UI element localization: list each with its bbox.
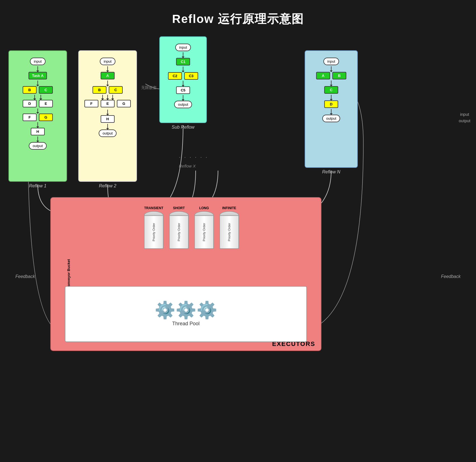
r2-h: H bbox=[101, 115, 115, 123]
sr-c5: C5 bbox=[176, 86, 190, 94]
r1-input: input bbox=[30, 58, 46, 65]
executors-box: EXECUTORS Conveyor Bucket TRANSIENT Prio… bbox=[50, 197, 321, 351]
wuxian-label: 无限嵌套 bbox=[141, 85, 157, 90]
r2-input: input bbox=[100, 58, 115, 65]
sub-reflow-box: Sub Reflow input C1 C2 C3 C5 output bbox=[159, 36, 207, 123]
sr-input: input bbox=[175, 44, 191, 51]
rn-d: D bbox=[324, 100, 338, 108]
r1-c: C bbox=[39, 86, 53, 94]
rn-b: B bbox=[332, 72, 346, 79]
reflow-x-dots: · · · · · · bbox=[179, 154, 208, 160]
rn-c: C bbox=[324, 86, 338, 94]
cyl-infinite-label: INFINITE Priority Order bbox=[219, 206, 239, 250]
cyl-transient: Priority Order bbox=[144, 211, 164, 250]
reflow1-label: Reflow 1 bbox=[9, 183, 67, 188]
r2-g: G bbox=[117, 100, 131, 107]
r2-a: A bbox=[101, 72, 115, 79]
cyl-long-label: LONG Priority Order bbox=[194, 206, 214, 250]
reflow1-box: Reflow 1 input Task A B C D E F bbox=[8, 50, 67, 182]
sr-c2: C2 bbox=[168, 72, 182, 80]
sr-c3: C3 bbox=[184, 72, 198, 80]
feedback-left-label: Feedback bbox=[15, 274, 35, 279]
r1-b: B bbox=[23, 86, 37, 94]
r1-e: E bbox=[39, 100, 53, 107]
r2-b: B bbox=[93, 86, 106, 94]
r1-f: F bbox=[23, 114, 37, 121]
r1-h: H bbox=[31, 128, 45, 135]
sub-reflow-label: Sub Reflow bbox=[160, 125, 206, 130]
io-output: output bbox=[459, 118, 470, 123]
thread-pool-box: ⚙️⚙️⚙️ Thread Pool bbox=[65, 286, 307, 342]
feedback-right-label: Feedback bbox=[441, 274, 461, 279]
r2-output: output bbox=[99, 129, 117, 137]
r2-f: F bbox=[84, 100, 98, 107]
io-input: input bbox=[460, 112, 469, 117]
r1-g: G bbox=[39, 114, 53, 121]
r2-c: C bbox=[109, 86, 123, 94]
rn-a: A bbox=[316, 72, 330, 79]
cyl-transient-label: TRANSIENT Priority Order bbox=[144, 206, 164, 250]
reflow2-label: Reflow 2 bbox=[79, 183, 136, 188]
reflow-n-label: Reflow N bbox=[305, 169, 357, 175]
page-title: Reflow 运行原理示意图 bbox=[0, 0, 476, 27]
cyl-long: Priority Order bbox=[194, 211, 214, 250]
cyl-infinite: Priority Order bbox=[219, 211, 239, 250]
reflow-x-label: Reflow X bbox=[179, 164, 196, 168]
io-right-box: input output bbox=[459, 112, 470, 123]
cyl-short-label: SHORT Priority Order bbox=[169, 206, 189, 250]
r1-taska: Task A bbox=[29, 72, 47, 79]
conveyor-label: Conveyor Bucket bbox=[67, 259, 71, 289]
r2-e: E bbox=[101, 100, 115, 107]
r1-d: D bbox=[23, 100, 37, 107]
rn-output: output bbox=[322, 115, 340, 122]
sr-c1: C1 bbox=[176, 58, 190, 65]
cyl-short: Priority Order bbox=[169, 211, 189, 250]
r1-output: output bbox=[29, 142, 47, 150]
sr-output: output bbox=[174, 101, 192, 108]
gears-icon: ⚙️⚙️⚙️ bbox=[155, 302, 217, 319]
reflow2-box: Reflow 2 input A B C F E G H outpu bbox=[78, 50, 137, 182]
rn-input: input bbox=[323, 58, 339, 65]
thread-pool-label: Thread Pool bbox=[172, 321, 200, 327]
reflow-n-box: Reflow N input A B C D output bbox=[305, 50, 358, 168]
